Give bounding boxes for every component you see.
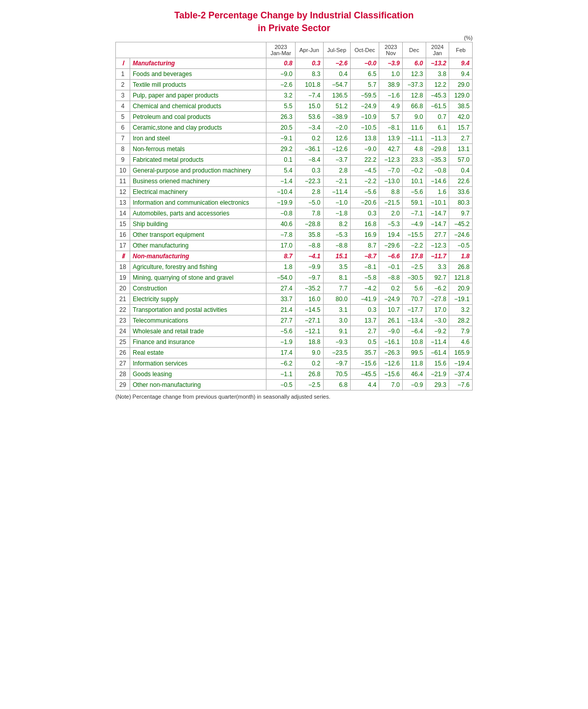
header-label-col — [116, 42, 266, 58]
data-cell: −15.5 — [403, 230, 426, 240]
row-label: Electricity supply — [130, 294, 266, 305]
data-cell: −3.9 — [379, 58, 403, 69]
row-number: 22 — [116, 305, 130, 315]
data-cell: 38.9 — [379, 80, 403, 90]
table-row: ⅡNon-manufacturing8.7−4.115.1−8.7−6.617.… — [116, 251, 473, 262]
header-period3: Jul-Sep — [323, 42, 350, 58]
data-cell: −13.4 — [403, 315, 426, 326]
data-cell: 20.5 — [266, 123, 296, 133]
table-note: (Note) Percentage change from previous q… — [115, 394, 473, 400]
table-row: 9Fabricated metal products0.1−8.4−3.722.… — [116, 155, 473, 165]
row-label: Chemical and chemical products — [130, 101, 266, 112]
data-cell: −41.9 — [350, 294, 379, 305]
data-cell: −45.3 — [426, 90, 449, 101]
table-row: 16Other transport equipment−7.835.8−5.31… — [116, 230, 473, 240]
data-cell: −11.4 — [323, 187, 350, 198]
data-cell: −3.4 — [295, 123, 323, 133]
data-cell: −29.8 — [426, 144, 449, 155]
row-number: 18 — [116, 262, 130, 273]
data-cell: −2.1 — [323, 176, 350, 187]
data-cell: −2.6 — [266, 80, 296, 90]
data-cell: −13.2 — [426, 58, 449, 69]
data-cell: −5.8 — [350, 273, 379, 283]
data-cell: −12.1 — [295, 326, 323, 337]
data-cell: −0.5 — [266, 380, 296, 390]
data-cell: 21.4 — [266, 305, 296, 315]
data-cell: −9.9 — [295, 262, 323, 273]
data-cell: 121.8 — [449, 273, 473, 283]
data-cell: −36.1 — [295, 144, 323, 155]
table-row: 27Information services−6.20.2−9.7−15.6−1… — [116, 358, 473, 369]
row-label: Transportation and postal activities — [130, 305, 266, 315]
table-row: 4Chemical and chemical products5.515.051… — [116, 101, 473, 112]
data-cell: 27.4 — [266, 283, 296, 294]
data-cell: −35.2 — [295, 283, 323, 294]
data-cell: −6.2 — [426, 283, 449, 294]
header-period7: 2024Jan — [426, 42, 449, 58]
data-cell: 17.0 — [426, 305, 449, 315]
data-cell: 53.6 — [295, 112, 323, 123]
table-row: 10General-purpose and production machine… — [116, 165, 473, 176]
table-row: 6Ceramic,stone and clay products20.5−3.4… — [116, 123, 473, 133]
data-cell: −15.6 — [350, 358, 379, 369]
data-cell: −9.2 — [426, 326, 449, 337]
data-cell: 0.2 — [295, 133, 323, 144]
data-cell: −22.3 — [295, 176, 323, 187]
row-label: Mining, quarrying of stone and gravel — [130, 273, 266, 283]
table-row: 20Construction27.4−35.27.7−4.20.25.6−6.2… — [116, 283, 473, 294]
header-period8: Feb — [449, 42, 473, 58]
row-number: 26 — [116, 348, 130, 358]
data-cell: 13.8 — [350, 133, 379, 144]
row-label: Agriculture, forestry and fishing — [130, 262, 266, 273]
data-cell: −19.4 — [449, 358, 473, 369]
data-cell: 92.7 — [426, 273, 449, 283]
data-cell: 5.5 — [266, 101, 296, 112]
data-cell: 12.8 — [403, 90, 426, 101]
row-number: 29 — [116, 380, 130, 390]
header-period5: 2023Nov — [379, 42, 403, 58]
data-cell: −23.5 — [323, 348, 350, 358]
header-period2: Apr-Jun — [295, 42, 323, 58]
row-number: 27 — [116, 358, 130, 369]
row-number: 19 — [116, 273, 130, 283]
data-cell: 1.8 — [266, 262, 296, 273]
row-label: Wholesale and retail trade — [130, 326, 266, 337]
data-cell: 12.3 — [403, 69, 426, 80]
data-cell: 8.2 — [323, 219, 350, 230]
data-cell: 9.1 — [323, 326, 350, 337]
data-cell: −21.5 — [379, 198, 403, 208]
data-cell: −9.7 — [323, 358, 350, 369]
table-row: 22Transportation and postal activities21… — [116, 305, 473, 315]
data-cell: −12.3 — [426, 240, 449, 251]
row-number: 2 — [116, 80, 130, 90]
data-cell: −19.9 — [266, 198, 296, 208]
data-cell: 4.9 — [379, 101, 403, 112]
data-cell: 6.5 — [350, 69, 379, 80]
data-cell: −6.6 — [379, 251, 403, 262]
table-row: 25Finance and insurance−1.918.8−9.30.5−1… — [116, 337, 473, 348]
table-row: 24Wholesale and retail trade−5.6−12.19.1… — [116, 326, 473, 337]
data-cell: −38.9 — [323, 112, 350, 123]
data-cell: −61.5 — [426, 101, 449, 112]
table-row: 8Non-ferrous metals29.2−36.1−12.6−9.042.… — [116, 144, 473, 155]
row-label: Automobiles, parts and accessories — [130, 208, 266, 219]
data-cell: 2.8 — [323, 165, 350, 176]
data-cell: −8.1 — [379, 123, 403, 133]
data-cell: −13.0 — [379, 176, 403, 187]
data-cell: −0.8 — [266, 208, 296, 219]
data-cell: −7.8 — [266, 230, 296, 240]
data-cell: −12.6 — [379, 358, 403, 369]
data-cell: 10.8 — [403, 337, 426, 348]
data-cell: −24.9 — [379, 294, 403, 305]
data-cell: 9.4 — [449, 69, 473, 80]
data-cell: −8.8 — [379, 273, 403, 283]
data-cell: 7.7 — [323, 283, 350, 294]
data-cell: −9.7 — [295, 273, 323, 283]
table-row: 19Mining, quarrying of stone and gravel−… — [116, 273, 473, 283]
row-number: 9 — [116, 155, 130, 165]
data-cell: −4.1 — [295, 251, 323, 262]
row-label: Textile mill products — [130, 80, 266, 90]
row-number: 17 — [116, 240, 130, 251]
data-cell: 13.1 — [449, 144, 473, 155]
data-cell: 15.6 — [426, 358, 449, 369]
